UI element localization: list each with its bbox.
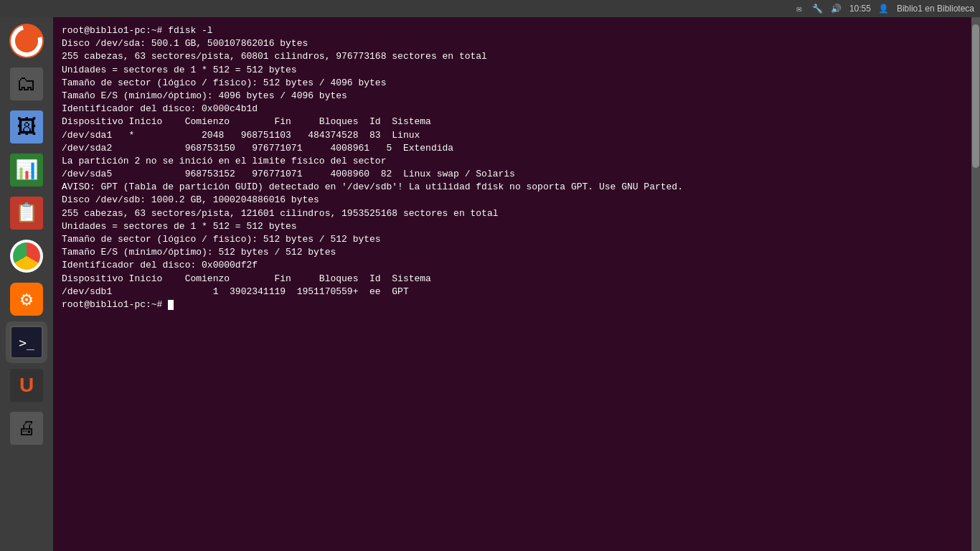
sidebar <box>0 17 53 551</box>
terminal-window[interactable]: root@biblio1-pc:~# fdisk -lDisco /dev/sd… <box>53 17 971 551</box>
terminal-line: Disco /dev/sdb: 1000.2 GB, 1000204886016… <box>62 194 963 207</box>
terminal-line: Tamaño E/S (mínimo/óptimo): 512 bytes / … <box>62 246 963 259</box>
sidebar-item-chrome[interactable] <box>6 235 47 277</box>
terminal-line: /dev/sda1 * 2048 968751103 484374528 83 … <box>62 129 963 142</box>
sidebar-item-printer[interactable] <box>6 408 47 449</box>
sidebar-item-settings[interactable] <box>6 278 47 320</box>
volume-icon[interactable]: 🔊 <box>831 3 842 14</box>
settings-icon <box>10 283 43 316</box>
terminal-line: root@biblio1-pc:~# <box>62 298 963 311</box>
terminal-line: Disco /dev/sda: 500.1 GB, 500107862016 b… <box>62 37 963 50</box>
sidebar-item-files[interactable] <box>6 63 47 105</box>
user-icon: 👤 <box>878 3 890 14</box>
username[interactable]: Biblio1 en Biblioteca <box>897 4 974 14</box>
ubuntu-logo-icon <box>9 24 44 58</box>
chrome-icon <box>10 240 43 273</box>
sidebar-item-ubuntu[interactable] <box>6 20 47 62</box>
files-icon <box>10 67 43 100</box>
terminal-line: Tamaño E/S (mínimo/óptimo): 4096 bytes /… <box>62 90 963 103</box>
terminal-line: Unidades = sectores de 1 * 512 = 512 byt… <box>62 220 963 233</box>
unity-icon <box>10 369 43 402</box>
sidebar-item-spreadsheet[interactable] <box>6 149 47 191</box>
printer-icon <box>10 412 43 445</box>
clock: 10:55 <box>849 4 871 14</box>
presentation-icon <box>10 197 43 230</box>
photos-icon <box>10 110 43 143</box>
terminal-cursor <box>168 300 174 310</box>
mail-icon[interactable]: ✉ <box>793 3 805 14</box>
terminal-line: Tamaño de sector (lógico / físico): 512 … <box>62 233 963 246</box>
terminal-output: root@biblio1-pc:~# fdisk -lDisco /dev/sd… <box>62 24 963 311</box>
sidebar-item-photos[interactable] <box>6 106 47 148</box>
network-icon[interactable]: 🔧 <box>812 3 824 14</box>
sidebar-item-terminal[interactable] <box>6 321 47 363</box>
terminal-line: Tamaño de sector (lógico / físico): 512 … <box>62 77 963 90</box>
terminal-line: root@biblio1-pc:~# fdisk -l <box>62 24 963 37</box>
sidebar-item-presentation[interactable] <box>6 192 47 234</box>
sidebar-item-unity[interactable] <box>6 364 47 406</box>
terminal-line: /dev/sda5 968753152 976771071 4008960 82… <box>62 168 963 181</box>
terminal-line: /dev/sda2 968753150 976771071 4008961 5 … <box>62 142 963 155</box>
terminal-line: 255 cabezas, 63 sectores/pista, 60801 ci… <box>62 50 963 63</box>
terminal-line: Identificador del disco: 0x0000df2f <box>62 259 963 272</box>
terminal-line: Unidades = sectores de 1 * 512 = 512 byt… <box>62 64 963 77</box>
main-area: root@biblio1-pc:~# fdisk -lDisco /dev/sd… <box>0 17 980 551</box>
terminal-line: Identificador del disco: 0x000c4b1d <box>62 103 963 116</box>
terminal-line: 255 cabezas, 63 sectores/pista, 121601 c… <box>62 207 963 220</box>
scrollbar-thumb[interactable] <box>972 24 979 168</box>
terminal-line: /dev/sdb1 1 3902341119 1951170559+ ee GP… <box>62 286 963 298</box>
topbar: ✉ 🔧 🔊 10:55 👤 Biblio1 en Biblioteca <box>0 0 980 17</box>
terminal-line: Dispositivo Inicio Comienzo Fin Bloques … <box>62 273 963 286</box>
terminal-line: Dispositivo Inicio Comienzo Fin Bloques … <box>62 116 963 128</box>
terminal-line: AVISO: GPT (Tabla de partición GUID) det… <box>62 181 963 194</box>
terminal-line: La partición 2 no se inició en el límite… <box>62 155 963 168</box>
scrollbar[interactable] <box>971 17 980 551</box>
terminal-icon <box>10 326 43 359</box>
spreadsheet-icon <box>10 154 43 187</box>
